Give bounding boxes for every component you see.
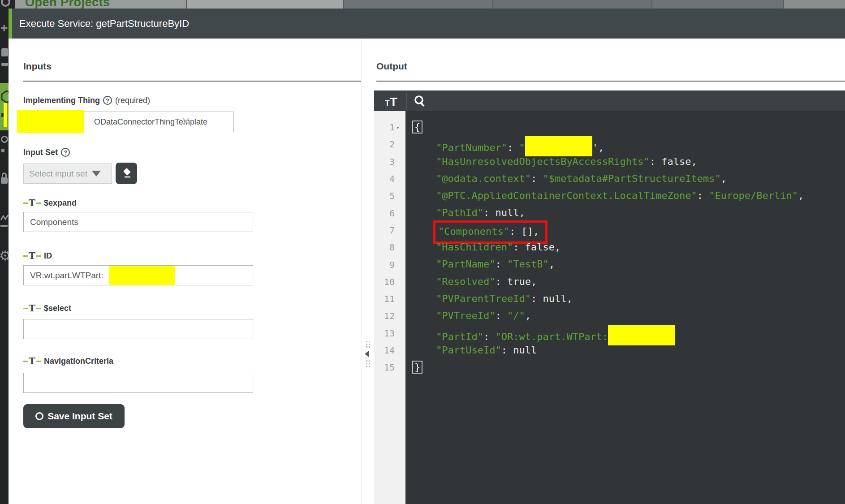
code-token: "PartName" — [436, 258, 495, 270]
activity-icon[interactable] — [0, 214, 9, 223]
tab-open-projects-label: Open Projects — [25, 0, 110, 9]
menu-icon[interactable] — [1, 63, 8, 66]
help-icon[interactable]: ? — [103, 96, 112, 105]
composer-sidebar: + ⚙ — [0, 9, 9, 504]
implementing-thing-label-row: Implementing Thing ? (required) — [23, 95, 150, 106]
code-line: "PartName": "TestB", — [412, 256, 845, 273]
entity-square-icon — [1, 149, 4, 152]
code-token: "PathId" — [436, 207, 483, 218]
inputs-panel: Inputs Implementing Thing ? (required) ✕… — [9, 39, 362, 504]
code-token: : null, — [483, 207, 525, 218]
redaction-box — [608, 325, 675, 345]
code-token: : null — [501, 345, 537, 356]
code-token: "Europe/Berlin" — [709, 190, 798, 201]
lock-body-icon — [1, 177, 8, 184]
add-icon[interactable]: + — [0, 21, 8, 35]
gutter-line-number: 3 — [374, 153, 405, 170]
code-line: { — [412, 119, 845, 136]
dialog-header: Execute Service: getPartStructureByID — [0, 9, 845, 39]
save-input-set-button[interactable]: Save Input Set — [23, 404, 125, 428]
gutter-line-number: 15 — [374, 359, 405, 376]
history-icon — [1, 0, 10, 7]
select-input[interactable] — [23, 319, 253, 339]
navigation-criteria-label: NavigationCriteria — [44, 357, 113, 366]
navigation-criteria-input[interactable] — [23, 373, 253, 393]
tab-inactive-1[interactable] — [344, 0, 492, 9]
inputs-divider — [23, 81, 361, 82]
gear-icon[interactable]: ⚙ — [0, 248, 9, 263]
fold-toggle-icon[interactable]: ▾ — [396, 124, 400, 131]
required-note: (required) — [115, 96, 150, 105]
gutter-line-number: 10 — [374, 273, 405, 290]
json-editor: TT 1▾23456789101112131415 { "PartNumber"… — [374, 90, 845, 504]
entity-circle-icon[interactable] — [1, 136, 8, 143]
id-label: ID — [44, 251, 52, 261]
id-label-row: T ID — [23, 250, 52, 261]
output-panel: Output TT 1▾23456789101112131415 { "Part… — [374, 39, 845, 504]
code-line: "@PTC.AppliedContainerContext.LocalTimeZ… — [412, 187, 845, 204]
gutter-line-number: 12 — [374, 307, 405, 324]
thing-hexagon-icon — [1, 90, 9, 103]
help-icon[interactable]: ? — [61, 148, 70, 157]
code-line: "HasUnresolvedObjectsByAccessRights": fa… — [412, 153, 845, 170]
navigation-criteria-label-row: T NavigationCriteria — [23, 356, 113, 366]
redaction-box — [4, 103, 7, 127]
splitter-dots — [366, 341, 370, 348]
string-type-icon: T — [23, 304, 41, 312]
implementing-thing-label: Implementing Thing — [23, 96, 100, 105]
expand-label-row: T $expand — [23, 198, 77, 208]
code-token: "Resolved" — [436, 276, 495, 287]
gutter-line-number: 13 — [374, 325, 405, 342]
code-token: : false, — [513, 241, 560, 253]
gutter-line-number: 6 — [374, 204, 405, 221]
inputs-title: Inputs — [23, 61, 52, 72]
editor-gutter: 1▾23456789101112131415 — [374, 111, 405, 504]
code-line: "HasChildren": false, — [412, 239, 845, 256]
tab-inactive-3[interactable] — [652, 0, 783, 9]
code-line: "PathId": null, — [412, 204, 845, 221]
splitter-dots — [366, 360, 370, 367]
tab-inactive-2[interactable] — [493, 0, 651, 9]
code-line: "@odata.context": "$metadata#PartStructu… — [412, 170, 845, 187]
redaction-box — [109, 266, 175, 285]
expand-input[interactable] — [23, 212, 253, 232]
output-divider — [376, 81, 845, 82]
code-token: : — [531, 173, 543, 184]
code-token: : false, — [650, 156, 697, 167]
chevron-down-icon — [92, 171, 101, 177]
tab-strip-spacer — [187, 0, 343, 9]
code-token: "HasChildren" — [436, 241, 513, 253]
save-input-set-label: Save Input Set — [47, 411, 112, 422]
code-token: "PVTreeId" — [436, 310, 495, 321]
splitter-handle[interactable] — [365, 341, 371, 370]
dialog-title: Execute Service: getPartStructureByID — [19, 9, 189, 39]
code-token: , — [549, 258, 555, 270]
code-token: ', — [592, 142, 604, 153]
select-label-row: T $select — [23, 303, 71, 314]
search-icon[interactable] — [413, 94, 428, 108]
code-token: "$metadata#PartStructureItems" — [543, 173, 720, 184]
code-token: "PVParentTreeId" — [436, 293, 531, 304]
string-type-icon: T — [23, 252, 41, 260]
output-title: Output — [376, 61, 407, 72]
code-token: , — [525, 310, 531, 321]
code-line: "Components": [], — [412, 222, 845, 239]
code-line: "PartId": "OR:wt.part.WTPart: — [412, 325, 845, 342]
tab-strip: Open Projects — [0, 0, 845, 9]
editor-toolbar: TT — [374, 90, 845, 111]
gutter-line-number: 8 — [374, 239, 405, 256]
code-token: : [], — [509, 226, 539, 237]
code-token: : — [697, 190, 709, 201]
input-set-dropdown[interactable]: Select input set — [23, 164, 112, 184]
tab-open-projects[interactable]: Open Projects — [15, 0, 186, 9]
code-token: : — [495, 310, 507, 321]
editor-code[interactable]: { "PartNumber": "', "HasUnresolvedObject… — [405, 111, 845, 504]
input-set-label-row: Input Set ? — [23, 147, 70, 158]
clear-icon[interactable]: ✕ — [181, 115, 191, 129]
bookmark-icon[interactable] — [1, 48, 8, 56]
font-size-icon[interactable]: TT — [381, 92, 401, 109]
clear-input-set-button[interactable] — [116, 163, 137, 184]
select-label: $select — [44, 304, 71, 313]
code-token: "/" — [507, 310, 525, 321]
code-token: "@odata.context" — [436, 173, 531, 184]
